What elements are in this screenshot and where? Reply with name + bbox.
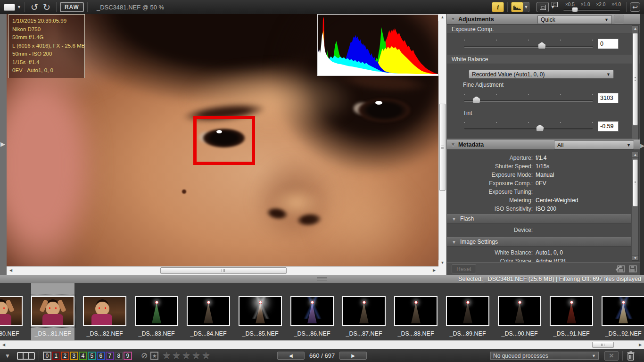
- scroll-left-arrow[interactable]: ◀: [1, 342, 7, 348]
- collapse-filmstrip-button[interactable]: ▼: [5, 353, 10, 359]
- image-vscroll-thumb[interactable]: [439, 104, 446, 191]
- expand-left-panel-arrow[interactable]: ▶: [0, 140, 5, 148]
- remove-label-icon[interactable]: ⊘: [141, 351, 148, 361]
- image-viewport[interactable]: 1/10/2015 20:39:05.99Nikon D75050mm f/1.…: [7, 14, 438, 266]
- redo-button[interactable]: ↻: [41, 2, 53, 13]
- process-queue-dropdown[interactable]: No queued processes ▼: [490, 352, 599, 360]
- file-format-dropdown[interactable]: ▼: [4, 4, 21, 11]
- tint-input[interactable]: [598, 121, 619, 132]
- remove-rating-icon[interactable]: ★: [150, 352, 158, 360]
- white-balance-dropdown[interactable]: Recorded Value (Auto1, 0, 0) ▼: [469, 70, 614, 79]
- rating-star[interactable]: ★: [162, 351, 171, 361]
- filmstrip-item[interactable]: _DS...83.NEF: [135, 283, 178, 340]
- image-settings-header[interactable]: ▼ Image Settings: [447, 237, 631, 247]
- rating-star[interactable]: ★: [202, 351, 210, 361]
- fine-adjustment-input[interactable]: [598, 93, 619, 103]
- tint-slider-thumb[interactable]: [536, 124, 544, 132]
- rating-star[interactable]: ★: [172, 351, 181, 361]
- label-chip-5[interactable]: 5: [88, 352, 96, 360]
- save-adjustments-icon[interactable]: [617, 265, 625, 272]
- zoom-scale-label[interactable]: ×0.5: [565, 2, 575, 7]
- label-chip-4[interactable]: 4: [79, 352, 87, 360]
- metadata-header[interactable]: ▼ Metadata All ▼: [447, 140, 641, 150]
- label-chip-7[interactable]: 7: [106, 352, 114, 360]
- filmstrip-scroll-thumb[interactable]: [592, 342, 614, 348]
- scroll-left-arrow[interactable]: ◀: [8, 267, 14, 274]
- scroll-up-arrow[interactable]: ▲: [632, 25, 639, 31]
- delete-button[interactable]: [627, 351, 635, 361]
- scroll-up-arrow[interactable]: ▲: [632, 152, 639, 157]
- label-chip-9[interactable]: 9: [124, 352, 132, 360]
- rating-star[interactable]: ★: [182, 351, 190, 361]
- rgb-histogram-overlay: [317, 14, 438, 76]
- zoom-slider[interactable]: [559, 7, 621, 13]
- fine-adjustment-slider-thumb[interactable]: [472, 96, 480, 103]
- fit-to-screen-button[interactable]: [537, 2, 549, 12]
- histogram-options-dropdown[interactable]: ▼: [523, 2, 529, 12]
- filmstrip-item[interactable]: _DS...90.NEF: [498, 283, 541, 340]
- filmstrip-item[interactable]: _DS...92.NEF: [602, 283, 644, 340]
- image-hscroll-thumb[interactable]: [160, 267, 287, 274]
- filmstrip-item[interactable]: _DS...91.NEF: [550, 283, 593, 340]
- collapse-right-panel-arrow[interactable]: ▶: [640, 142, 644, 149]
- next-image-button[interactable]: ▶: [339, 352, 367, 360]
- back-button[interactable]: ↩: [630, 2, 640, 12]
- reset-button[interactable]: Reset: [452, 264, 476, 273]
- adjustments-mode-dropdown[interactable]: Quick ▼: [537, 15, 612, 24]
- filmstrip-item[interactable]: _DS...87.NEF: [342, 283, 386, 340]
- collapse-triangle-icon[interactable]: ▼: [452, 239, 456, 245]
- zoom-scale-label[interactable]: ×1.0: [581, 2, 590, 7]
- filmstrip-item[interactable]: _DS...86.NEF: [290, 283, 334, 340]
- fine-adjustment-slider-track[interactable]: [464, 100, 593, 102]
- info-toggle-button[interactable]: i: [492, 2, 504, 12]
- adjustments-header[interactable]: ▼ Adjustments Quick ▼ ⎘: [447, 14, 640, 25]
- thumbnail-frame: [135, 296, 178, 326]
- rating-star[interactable]: ★: [192, 351, 200, 361]
- exposure-comp-slider-track[interactable]: [464, 46, 593, 48]
- label-chip-6[interactable]: 6: [97, 352, 105, 360]
- undo-button[interactable]: ↺: [28, 2, 41, 13]
- label-chip-3[interactable]: 3: [70, 352, 78, 360]
- raw-button[interactable]: RAW: [60, 2, 84, 12]
- filmstrip-item[interactable]: _DS...88.NEF: [394, 283, 438, 340]
- label-chip-0[interactable]: 0: [43, 352, 51, 360]
- metadata-row-label: Color Space:: [447, 257, 533, 262]
- zoom-scale-label[interactable]: ×2.0: [596, 2, 606, 7]
- zoom-slider-thumb[interactable]: [572, 7, 578, 12]
- label-chip-2[interactable]: 2: [61, 352, 69, 360]
- scroll-right-arrow[interactable]: ▶: [431, 267, 438, 274]
- previous-image-button[interactable]: ◀: [277, 352, 305, 360]
- scroll-right-arrow[interactable]: ▶: [637, 342, 643, 348]
- cancel-queue-button[interactable]: ×: [604, 351, 619, 361]
- scroll-up-arrow[interactable]: ▲: [438, 14, 446, 21]
- zoom-fit-icon[interactable]: [552, 2, 558, 7]
- filmstrip-item[interactable]: _DS...89.NEF: [446, 283, 489, 340]
- collapse-triangle-icon[interactable]: ▼: [452, 216, 456, 222]
- scroll-down-arrow[interactable]: ▼: [632, 255, 639, 261]
- filmstrip-item[interactable]: _DS...84.NEF: [187, 283, 230, 340]
- exposure-comp-slider-thumb[interactable]: [538, 42, 546, 49]
- collapse-triangle-icon[interactable]: ▼: [451, 16, 455, 22]
- zoom-scale-label[interactable]: ×4.0: [611, 2, 621, 7]
- filmstrip-view-icon[interactable]: [17, 352, 35, 360]
- metadata-filter-dropdown[interactable]: All ▼: [554, 140, 634, 149]
- label-chip-8[interactable]: 8: [115, 352, 123, 360]
- filmstrip-item[interactable]: _DS...80.NEF: [0, 283, 23, 340]
- flash-header[interactable]: ▼ Flash: [447, 214, 631, 223]
- adjustments-scroll-thumb[interactable]: [633, 33, 638, 125]
- divider-grip[interactable]: [317, 277, 327, 281]
- collapse-triangle-icon[interactable]: ▼: [451, 142, 455, 147]
- metadata-scroll-thumb[interactable]: [633, 159, 638, 206]
- label-chip-1[interactable]: 1: [52, 352, 60, 360]
- histogram-toggle-button[interactable]: [511, 2, 523, 12]
- red-selection-rectangle[interactable]: [193, 116, 255, 165]
- scroll-down-arrow[interactable]: ▼: [438, 260, 446, 266]
- filmstrip-item-selected[interactable]: _DS...81.NEF: [31, 283, 74, 340]
- save-file-icon[interactable]: [629, 265, 637, 272]
- exposure-comp-input[interactable]: [598, 39, 619, 49]
- apply-adjustments-icon[interactable]: ⎘: [614, 15, 624, 24]
- filmstrip-item[interactable]: _DS...85.NEF: [239, 283, 282, 340]
- filmstrip-scrollbar[interactable]: ◀ ▶: [0, 340, 644, 349]
- tint-slider-track[interactable]: [464, 128, 593, 130]
- filmstrip-item[interactable]: _DS...82.NEF: [83, 283, 126, 340]
